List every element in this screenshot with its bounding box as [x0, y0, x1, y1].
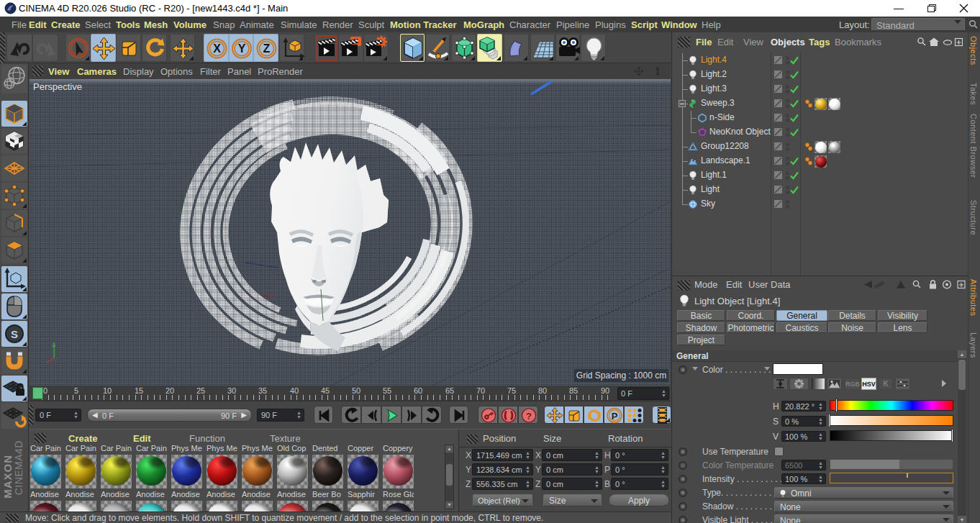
svg-text:?: ?	[526, 411, 532, 422]
svg-text:P: P	[612, 411, 618, 422]
svg-text:Y: Y	[238, 42, 246, 55]
svg-text:Z: Z	[263, 42, 271, 55]
svg-text:S: S	[11, 328, 18, 340]
svg-text:X: X	[213, 42, 221, 55]
